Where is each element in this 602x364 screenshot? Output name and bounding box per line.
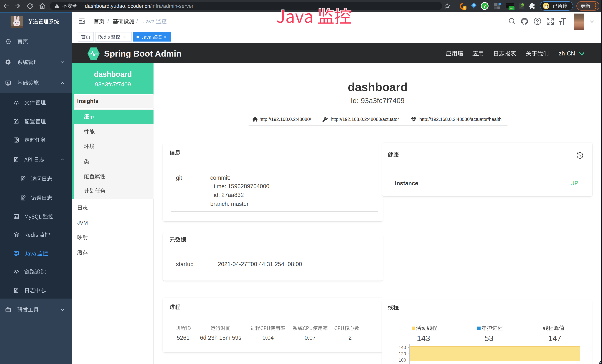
- svg-text:y: y: [484, 4, 486, 8]
- svg-text:1: 1: [464, 7, 465, 10]
- svg-text:on: on: [510, 7, 513, 10]
